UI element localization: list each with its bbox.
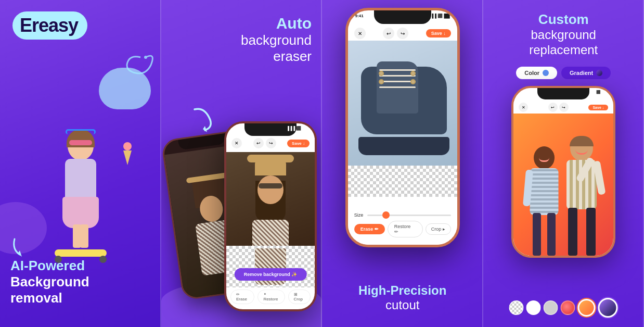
- p4-gradient-dot: [596, 70, 602, 76]
- p4-color-row: [509, 298, 618, 318]
- p2-save-btn[interactable]: Save ↓: [287, 140, 310, 147]
- p2-redo-btn[interactable]: ↪: [266, 138, 276, 148]
- p4-phone: 9:41 ▐▐ ⬛ ██ ✕ ↩ ↪ Save ↓: [511, 86, 615, 258]
- p1-body: Backgroundremoval: [10, 274, 151, 306]
- p2-arrow-deco: [189, 104, 221, 137]
- p3-size-slider[interactable]: [367, 215, 450, 216]
- deco-swirl-top: [114, 47, 156, 89]
- p2-erase-btn[interactable]: ✏ Erase: [230, 290, 254, 304]
- p3-restore-btn[interactable]: Restore ✏: [388, 221, 423, 237]
- p4-color-lightgray[interactable]: [544, 300, 558, 315]
- p1-highlight: AI-Powered: [10, 258, 151, 274]
- p2-title-bold: Auto: [241, 15, 312, 32]
- p3-close-btn[interactable]: ✕: [354, 28, 366, 39]
- p4-color-red[interactable]: [561, 300, 575, 315]
- p1-bottom-text: AI-Powered Backgroundremoval: [10, 258, 151, 306]
- p4-title: Custom backgroundreplacement: [529, 11, 598, 58]
- p3-crop-btn[interactable]: Crop ▸: [426, 223, 451, 235]
- p3-phone: 9:41 ▐▐▐ ⬛ ██ ✕ ↩ ↪ Save ↓: [345, 8, 460, 247]
- p4-redo-btn[interactable]: ↪: [559, 103, 569, 112]
- p4-gradient-label: Gradient: [570, 70, 593, 76]
- p4-gradient-pill[interactable]: Gradient: [561, 67, 611, 79]
- panel-custom-bg: Custom backgroundreplacement Color Gradi…: [483, 0, 645, 327]
- p2-remove-bg-btn[interactable]: Remove background ✨: [235, 268, 307, 281]
- p4-color-transparent[interactable]: [509, 300, 524, 315]
- p4-color-label: Color: [524, 70, 539, 76]
- svg-point-0: [144, 56, 147, 59]
- p4-title-light: backgroundreplacement: [529, 28, 598, 58]
- p4-save-btn[interactable]: Save ↓: [588, 105, 608, 110]
- p2-undo-btn[interactable]: ↩: [253, 138, 264, 148]
- p4-undo-btn[interactable]: ↩: [548, 103, 558, 112]
- p3-bottom-text: High-Precision cutout: [358, 283, 446, 312]
- p4-color-pill[interactable]: Color: [516, 67, 557, 79]
- p3-slider-thumb[interactable]: [382, 211, 390, 219]
- p2-title-light: backgrounderaser: [241, 32, 312, 65]
- p4-color-orange[interactable]: [578, 299, 596, 317]
- p3-size-label: Size: [354, 212, 364, 218]
- panel-high-precision: 9:41 ▐▐▐ ⬛ ██ ✕ ↩ ↪ Save ↓: [322, 0, 483, 327]
- panel-auto-eraser: Auto backgrounderaser 9:41: [161, 0, 323, 327]
- p2-crop-btn[interactable]: ⊞ Crop: [288, 290, 311, 304]
- logo-container: Ereasy: [12, 11, 87, 40]
- p3-title-light: cutout: [358, 298, 446, 312]
- p2-phone-front: 9:41 ▐▐▐ ⬛ ██ ✕ ↩ ↪ Save ↓: [224, 121, 317, 311]
- p3-save-btn[interactable]: Save ↓: [426, 29, 451, 37]
- p4-color-white[interactable]: [526, 300, 541, 315]
- p3-erase-btn[interactable]: Erase ✏: [354, 224, 385, 234]
- p2-restore-btn[interactable]: ⚬ Restore: [257, 290, 285, 304]
- p2-action-row: ✏ Erase ⚬ Restore ⊞ Crop: [226, 290, 315, 304]
- p3-title-bold: High-Precision: [358, 283, 446, 298]
- svg-marker-1: [18, 250, 22, 257]
- p2-title: Auto backgrounderaser: [241, 15, 312, 65]
- woman-illustration: [29, 100, 133, 278]
- p3-undo-btn[interactable]: ↩: [383, 28, 394, 39]
- p4-color-purple[interactable]: [598, 298, 618, 318]
- panel-ai-powered: Ereasy: [0, 0, 161, 327]
- p2-close-btn[interactable]: ✕: [231, 138, 242, 148]
- p4-title-bold: Custom: [529, 11, 598, 28]
- logo-text: Ereasy: [12, 11, 87, 40]
- p4-pill-row: Color Gradient: [516, 67, 611, 79]
- p3-action-row: Erase ✏ Restore ✏ Crop ▸: [354, 221, 451, 237]
- p4-close-btn[interactable]: ✕: [519, 103, 528, 112]
- p4-color-dot: [543, 70, 549, 76]
- p3-redo-btn[interactable]: ↪: [397, 28, 408, 39]
